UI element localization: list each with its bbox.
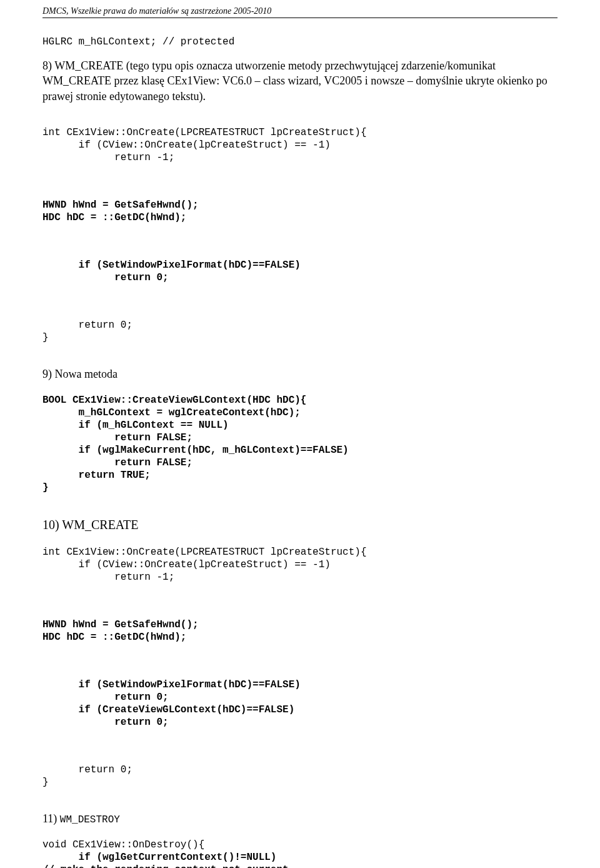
code-line: if (SetWindowPixelFormat(hDC)==FALSE) bbox=[42, 679, 301, 690]
section-8-code-b: HWND hWnd = GetSafeHwnd(); HDC hDC = ::G… bbox=[42, 186, 558, 236]
section-8-code-a: int CEx1View::OnCreate(LPCREATESTRUCT lp… bbox=[42, 114, 558, 176]
section-11-heading-num: 11) bbox=[42, 812, 60, 825]
section-8-code-c: if (SetWindowPixelFormat(hDC)==FALSE) re… bbox=[42, 246, 558, 296]
code-line: if (CView::OnCreate(lpCreateStruct) == -… bbox=[42, 139, 331, 151]
code-line: void CEx1View::OnDestroy(){ bbox=[42, 839, 204, 850]
code-line: } bbox=[42, 777, 49, 788]
code-line: if (wglGetCurrentContext()!=NULL) bbox=[42, 852, 276, 863]
page-header: DMCS, Wszelkie prawa do materiałów są za… bbox=[42, 6, 558, 16]
code-line: } bbox=[42, 332, 49, 343]
section-8-code-d: return 0; } bbox=[42, 306, 558, 356]
code-line: return FALSE; bbox=[42, 432, 192, 443]
code-line: if (CView::OnCreate(lpCreateStruct) == -… bbox=[42, 559, 331, 570]
code-line: if (m_hGLContext == NULL) bbox=[42, 420, 229, 431]
code-line: return 0; bbox=[42, 692, 169, 703]
code-line: return TRUE; bbox=[42, 470, 151, 481]
code-line: return -1; bbox=[42, 572, 174, 583]
section-10-code-b: HWND hWnd = GetSafeHwnd(); HDC hDC = ::G… bbox=[42, 606, 558, 656]
code-line: int CEx1View::OnCreate(LPCREATESTRUCT lp… bbox=[42, 127, 366, 138]
section-10-code-a: int CEx1View::OnCreate(LPCREATESTRUCT lp… bbox=[42, 533, 558, 596]
section-11-heading: 11) WM_DESTROY bbox=[42, 811, 558, 826]
code-line: HDC hDC = ::GetDC(hWnd); bbox=[42, 632, 186, 643]
code-line: return 0; bbox=[42, 272, 169, 283]
section-9-code: BOOL CEx1View::CreateViewGLContext(HDC h… bbox=[42, 381, 558, 507]
section-9-heading: 9) Nowa metoda bbox=[42, 366, 558, 381]
section-10-code-c: if (SetWindowPixelFormat(hDC)==FALSE) re… bbox=[42, 666, 558, 741]
section-10-heading: 10) WM_CREATE bbox=[42, 517, 558, 533]
section-10-code-d: return 0; } bbox=[42, 751, 558, 801]
code-line: } bbox=[42, 482, 49, 493]
code-line: HDC hDC = ::GetDC(hWnd); bbox=[42, 212, 186, 223]
section-11-heading-label: WM_DESTROY bbox=[60, 814, 120, 825]
code-line: return -1; bbox=[42, 152, 174, 163]
section-8-text: 8) WM_CREATE (tego typu opis oznacza utw… bbox=[42, 58, 558, 104]
code-line: if (wglMakeCurrent(hDC, m_hGLContext)==F… bbox=[42, 445, 349, 456]
code-line: if (CreateViewGLContext(hDC)==FALSE) bbox=[42, 704, 294, 715]
header-divider bbox=[42, 18, 558, 18]
section-11-code-a: void CEx1View::OnDestroy(){ if (wglGetCu… bbox=[42, 826, 558, 868]
code-line: // make the rendering context not curren… bbox=[42, 864, 289, 868]
code-line: HWND hWnd = GetSafeHwnd(); bbox=[42, 199, 199, 211]
code-line: return 0; bbox=[42, 717, 169, 728]
code-line: return FALSE; bbox=[42, 457, 192, 468]
page: DMCS, Wszelkie prawa do materiałów są za… bbox=[0, 0, 600, 868]
code-line: BOOL CEx1View::CreateViewGLContext(HDC h… bbox=[42, 395, 306, 406]
code-line: m_hGLContext = wglCreateContext(hDC); bbox=[42, 407, 301, 418]
code-line: return 0; bbox=[42, 320, 132, 331]
code-line: return 0; bbox=[42, 764, 132, 775]
code-line: int CEx1View::OnCreate(LPCREATESTRUCT lp… bbox=[42, 547, 366, 558]
code-line: HWND hWnd = GetSafeHwnd(); bbox=[42, 619, 199, 630]
code-line: if (SetWindowPixelFormat(hDC)==FALSE) bbox=[42, 260, 301, 271]
code-hglrc: HGLRC m_hGLContext; // protected bbox=[42, 36, 558, 48]
